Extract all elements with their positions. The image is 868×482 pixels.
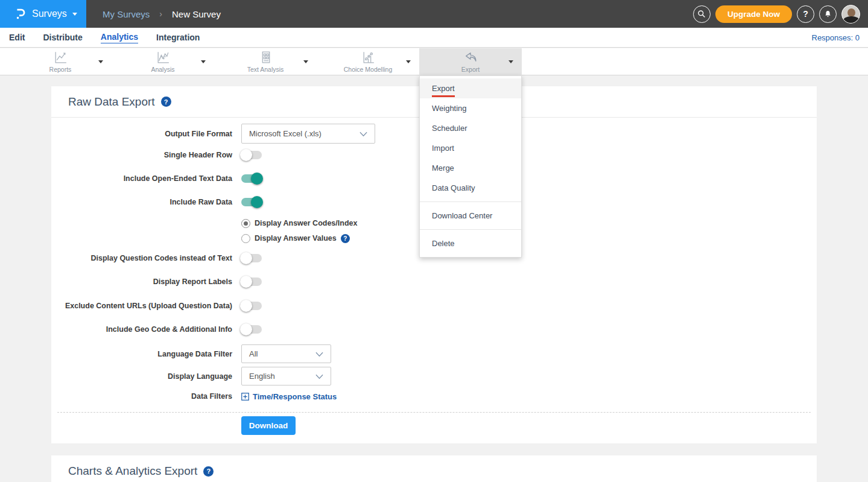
questionpro-logo-icon [13, 7, 27, 21]
page-title: Raw Data Export [68, 95, 155, 109]
chevron-down-icon[interactable] [98, 60, 103, 66]
display-answer-values-label: Display Answer Values [255, 234, 337, 243]
menu-divider [420, 229, 521, 230]
display-language-label: Display Language [51, 372, 232, 381]
display-question-codes-label: Display Question Codes instead of Text [51, 254, 232, 262]
multi-line-chart-icon [156, 50, 171, 65]
breadcrumb-current: New Survey [172, 9, 221, 19]
section-title: Charts & Analytics Export [68, 465, 197, 478]
menu-item-merge[interactable]: Merge [420, 158, 521, 178]
display-answer-codes-radio[interactable] [241, 219, 250, 228]
avatar[interactable] [841, 5, 860, 24]
menu-item-download-center[interactable]: Download Center [420, 206, 521, 226]
menu-item-data-quality[interactable]: Data Quality [420, 178, 521, 198]
display-report-labels-toggle[interactable] [241, 277, 262, 286]
chevron-down-icon[interactable] [508, 60, 513, 66]
display-language-select[interactable]: English [241, 367, 331, 385]
include-geo-code-label: Include Geo Code & Additional Info [51, 325, 232, 334]
include-open-ended-toggle[interactable] [241, 174, 262, 183]
language-data-filter-label: Language Data Filter [51, 350, 232, 358]
toolbar-item-label: Choice Modelling [344, 66, 393, 73]
toolbar-item-label: Analysis [151, 66, 174, 73]
chevron-down-icon[interactable] [201, 60, 206, 66]
menu-item-export[interactable]: Export [420, 78, 521, 98]
upgrade-now-button[interactable]: Upgrade Now [715, 5, 792, 23]
bell-icon [823, 10, 832, 19]
include-raw-data-label: Include Raw Data [51, 198, 232, 206]
menu-item-delete[interactable]: Delete [420, 233, 521, 253]
time-response-status-link[interactable]: Time/Response Status [241, 392, 337, 401]
display-answer-codes-label: Display Answer Codes/Index [255, 219, 357, 227]
menu-item-weighting[interactable]: Weighting [420, 98, 521, 118]
chevron-down-icon [315, 374, 323, 379]
language-data-filter-value: All [249, 349, 258, 358]
display-language-value: English [249, 372, 275, 381]
help-button[interactable]: ? [797, 5, 814, 23]
output-file-format-select[interactable]: Microsoft Excel (.xls) [241, 124, 375, 144]
export-dropdown-menu: Export Weighting Scheduler Import Merge … [419, 75, 522, 258]
tab-edit[interactable]: Edit [9, 33, 25, 42]
avatar-photo [847, 8, 855, 17]
time-response-status-label: Time/Response Status [253, 392, 337, 401]
toolbar-item-analysis[interactable]: Analysis [112, 48, 214, 75]
toolbar-item-label: Reports [49, 66, 72, 73]
download-button[interactable]: Download [241, 416, 296, 435]
include-geo-code-toggle[interactable] [241, 325, 262, 334]
toolbar-item-text-analysis[interactable]: Text Analysis [214, 48, 317, 75]
exclude-content-urls-toggle[interactable] [241, 302, 262, 310]
help-icon[interactable]: ? [203, 466, 214, 477]
line-chart-icon [53, 50, 68, 65]
top-bar: Surveys My Surveys › New Survey Upgrade … [0, 0, 868, 28]
responses-count: Responses: 0 [812, 28, 860, 48]
tab-integration[interactable]: Integration [156, 33, 200, 42]
menu-divider [420, 201, 521, 202]
document-grid-icon [258, 50, 273, 65]
display-report-labels-label: Display Report Labels [51, 277, 232, 286]
output-file-format-label: Output File Format [51, 130, 232, 138]
menu-item-import[interactable]: Import [420, 138, 521, 158]
breadcrumb-separator-icon: › [159, 9, 162, 19]
help-icon[interactable]: ? [341, 234, 350, 243]
menu-item-scheduler[interactable]: Scheduler [420, 118, 521, 138]
display-question-codes-toggle[interactable] [241, 254, 262, 262]
toolbar-item-label: Export [461, 66, 480, 73]
exclude-content-urls-label: Exclude Content URLs (Upload Question Da… [51, 302, 232, 310]
toolbar-item-label: Text Analysis [247, 66, 284, 73]
chevron-down-icon [315, 352, 323, 357]
single-header-row-label: Single Header Row [51, 151, 232, 159]
survey-nav: Edit Distribute Analytics Integration Re… [0, 28, 868, 48]
tab-analytics[interactable]: Analytics [101, 32, 138, 43]
single-header-row-toggle[interactable] [241, 151, 262, 159]
breadcrumb: My Surveys › New Survey [103, 0, 221, 28]
chevron-down-icon [72, 13, 77, 18]
analytics-toolbar: Reports Analysis [0, 48, 868, 75]
language-data-filter-select[interactable]: All [241, 344, 331, 363]
output-file-format-value: Microsoft Excel (.xls) [249, 129, 322, 138]
breadcrumb-my-surveys[interactable]: My Surveys [103, 9, 150, 19]
display-answer-values-radio[interactable] [241, 234, 250, 243]
include-raw-data-toggle[interactable] [241, 198, 262, 206]
chevron-down-icon[interactable] [406, 60, 411, 66]
toolbar-item-export[interactable]: Export [419, 48, 522, 75]
help-icon[interactable]: ? [161, 97, 171, 107]
scatter-chart-icon [361, 50, 376, 65]
brand-label: Surveys [32, 8, 67, 19]
plus-square-icon [241, 393, 249, 401]
chevron-down-icon [360, 132, 367, 137]
include-open-ended-label: Include Open-Ended Text Data [51, 174, 232, 183]
brand-menu[interactable]: Surveys [0, 0, 86, 28]
toolbar-item-reports[interactable]: Reports [9, 48, 112, 75]
search-button[interactable] [693, 5, 711, 23]
notifications-button[interactable] [819, 5, 837, 23]
search-icon [697, 9, 706, 19]
charts-analytics-export-panel: Charts & Analytics Export ? [51, 455, 817, 482]
toolbar-item-choice-modelling[interactable]: Choice Modelling [317, 48, 419, 75]
topbar-actions: Upgrade Now ? [693, 0, 860, 28]
export-arrow-icon [463, 50, 478, 65]
data-filters-label: Data Filters [51, 392, 232, 401]
tab-distribute[interactable]: Distribute [43, 33, 82, 42]
section-divider [57, 412, 811, 413]
chevron-down-icon[interactable] [303, 60, 308, 66]
